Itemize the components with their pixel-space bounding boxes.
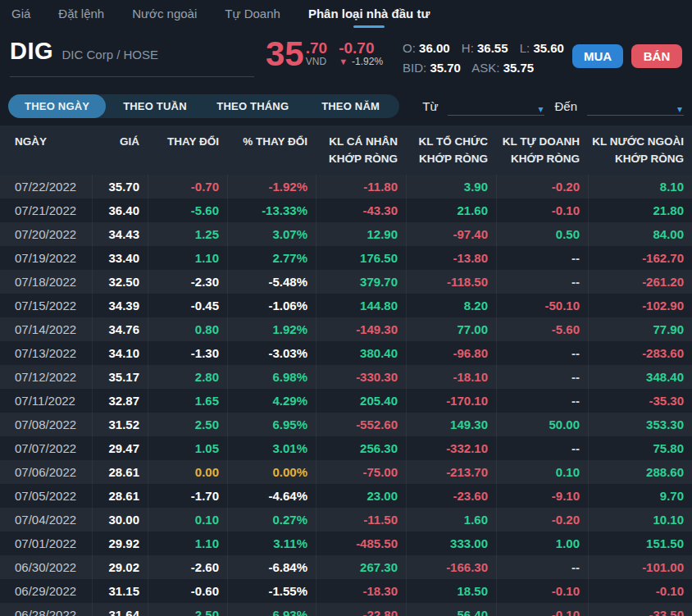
table-row: 07/12/202235.172.806.98%-330.30-18.10--3… xyxy=(0,365,692,389)
to-date-input[interactable]: ▾ xyxy=(587,96,684,116)
nav-item-4[interactable]: Phân loại nhà đầu tư xyxy=(308,7,430,27)
cell-price: 29.47 xyxy=(92,436,148,460)
cell-change-pct: 6.93% xyxy=(227,603,316,616)
cell-foreign-net: -101.00 xyxy=(588,555,692,579)
cell-organization-net: -13.80 xyxy=(406,246,496,270)
price-change: -0.70 xyxy=(339,40,383,56)
cell-date: 07/08/2022 xyxy=(0,413,92,436)
cell-foreign-net: 75.80 xyxy=(588,436,692,460)
date-range: Từ ▾ Đến ▾ xyxy=(422,96,684,116)
table-row: 07/18/202232.50-2.30-5.48%379.70-118.50-… xyxy=(0,270,692,294)
cell-date: 06/29/2022 xyxy=(0,579,92,603)
cell-change: 0.80 xyxy=(148,317,227,341)
cell-change: -0.60 xyxy=(148,579,227,603)
cell-organization-net: -23.60 xyxy=(406,484,496,508)
tab-1[interactable]: THEO TUẦN xyxy=(106,94,203,118)
nav-item-3[interactable]: Tự Doanh xyxy=(225,7,280,27)
cell-date: 07/06/2022 xyxy=(0,460,92,484)
cell-proprietary-net: -50.10 xyxy=(496,294,588,317)
cell-change-pct: 3.07% xyxy=(227,222,316,246)
open-value: 36.00 xyxy=(419,41,450,55)
cell-date: 07/13/2022 xyxy=(0,341,92,365)
table-row: 07/21/202236.40-5.60-13.33%-43.3021.60-0… xyxy=(0,198,692,222)
column-header-5: KL TỔ CHỨCKHỚP RÒNG xyxy=(406,133,496,167)
open-label: O: xyxy=(403,41,416,55)
cell-change: -2.60 xyxy=(148,555,227,579)
price-integer: 35 xyxy=(266,38,304,71)
cell-organization-net: -213.70 xyxy=(406,460,496,484)
cell-change: -1.70 xyxy=(148,484,227,508)
price-block: 35 .70 VND -0.70 ▼ -1.92% xyxy=(266,38,383,71)
cell-change-pct: -1.06% xyxy=(227,294,316,317)
investor-breakdown-table: NGÀYGIÁTHAY ĐỔI% THAY ĐỔIKL CÁ NHÂNKHỚP … xyxy=(0,125,692,616)
cell-change: -0.45 xyxy=(148,294,227,317)
cell-proprietary-net: -- xyxy=(496,389,588,413)
cell-change-pct: -1.55% xyxy=(227,579,316,603)
table-row: 07/22/202235.70-0.70-1.92%-11.803.90-0.2… xyxy=(0,175,692,198)
cell-price: 31.64 xyxy=(92,603,148,616)
cell-change: 2.80 xyxy=(148,365,227,389)
cell-organization-net: 149.30 xyxy=(406,413,496,436)
column-header-0: NGÀY xyxy=(0,133,92,150)
cell-foreign-net: -283.60 xyxy=(588,341,692,365)
ohlc-quote: O: 36.00 H: 36.55 L: 35.60 BID: 35.70 AS… xyxy=(403,39,572,78)
low-value: 35.60 xyxy=(533,41,564,55)
cell-change: 1.65 xyxy=(148,389,227,413)
cell-change: -0.70 xyxy=(148,175,227,198)
table-row: 07/14/202234.760.801.92%-149.3077.00-5.6… xyxy=(0,317,692,341)
top-nav: GiáĐặt lệnhNước ngoàiTự DoanhPhân loại n… xyxy=(0,0,692,28)
table-row: 06/28/202231.642.506.93%-22.8056.40-0.10… xyxy=(0,603,692,616)
cell-foreign-net: 353.30 xyxy=(588,413,692,436)
nav-item-2[interactable]: Nước ngoài xyxy=(132,7,197,27)
cell-foreign-net: -102.90 xyxy=(588,294,692,317)
cell-price: 36.40 xyxy=(92,198,148,222)
high-label: H: xyxy=(462,41,474,55)
cell-organization-net: 56.40 xyxy=(406,603,496,616)
column-header-1: GIÁ xyxy=(92,133,148,150)
ask-label: ASK: xyxy=(471,61,499,75)
cell-individual-net: 144.80 xyxy=(316,294,406,317)
column-header-6: KL TỰ DOANHKHỚP RÒNG xyxy=(496,133,588,167)
chevron-down-icon[interactable]: ▾ xyxy=(538,103,544,115)
cell-date: 07/11/2022 xyxy=(0,389,92,413)
cell-proprietary-net: -0.10 xyxy=(496,603,588,616)
table-row: 06/30/202229.02-2.60-6.84%267.30-166.30-… xyxy=(0,555,692,579)
cell-proprietary-net: 0.50 xyxy=(496,222,588,246)
buy-button[interactable]: MUA xyxy=(572,44,623,68)
cell-change: 0.00 xyxy=(148,460,227,484)
cell-change: 1.25 xyxy=(148,222,227,246)
cell-foreign-net: 77.90 xyxy=(588,317,692,341)
cell-proprietary-net: -0.20 xyxy=(496,175,588,198)
cell-individual-net: 205.40 xyxy=(316,389,406,413)
cell-change-pct: -5.48% xyxy=(227,270,316,294)
chevron-down-icon[interactable]: ▾ xyxy=(677,103,684,115)
cell-change-pct: 4.29% xyxy=(227,389,316,413)
cell-price: 34.76 xyxy=(92,317,148,341)
table-row: 07/19/202233.401.102.77%176.50-13.80---1… xyxy=(0,246,692,270)
tab-2[interactable]: THEO THÁNG xyxy=(204,94,302,118)
cell-foreign-net: 151.50 xyxy=(588,532,692,555)
nav-item-0[interactable]: Giá xyxy=(11,7,30,27)
cell-individual-net: -11.80 xyxy=(316,175,406,198)
stock-identity: DIG DIC Corp / HOSE xyxy=(10,38,254,77)
from-date-input[interactable]: ▾ xyxy=(448,96,544,116)
table-body: 07/22/202235.70-0.70-1.92%-11.803.90-0.2… xyxy=(0,175,692,616)
cell-organization-net: 3.90 xyxy=(406,175,496,198)
sell-button[interactable]: BÁN xyxy=(631,44,682,68)
cell-date: 06/30/2022 xyxy=(0,555,92,579)
cell-individual-net: -18.30 xyxy=(316,579,406,603)
tab-3[interactable]: THEO NĂM xyxy=(302,94,399,118)
cell-individual-net: 379.70 xyxy=(316,270,406,294)
cell-proprietary-net: -- xyxy=(496,270,588,294)
nav-item-1[interactable]: Đặt lệnh xyxy=(58,7,104,27)
cell-price: 30.00 xyxy=(92,508,148,532)
cell-individual-net: -22.80 xyxy=(316,603,406,616)
cell-change: 2.50 xyxy=(148,603,227,616)
cell-individual-net: 380.40 xyxy=(316,341,406,365)
cell-foreign-net: -0.10 xyxy=(588,579,692,603)
cell-proprietary-net: -0.10 xyxy=(496,198,588,222)
cell-individual-net: -75.00 xyxy=(316,460,406,484)
tab-0[interactable]: THEO NGÀY xyxy=(8,94,106,118)
cell-organization-net: 1.60 xyxy=(406,508,496,532)
price-change-percent: -1.92% xyxy=(352,56,383,68)
